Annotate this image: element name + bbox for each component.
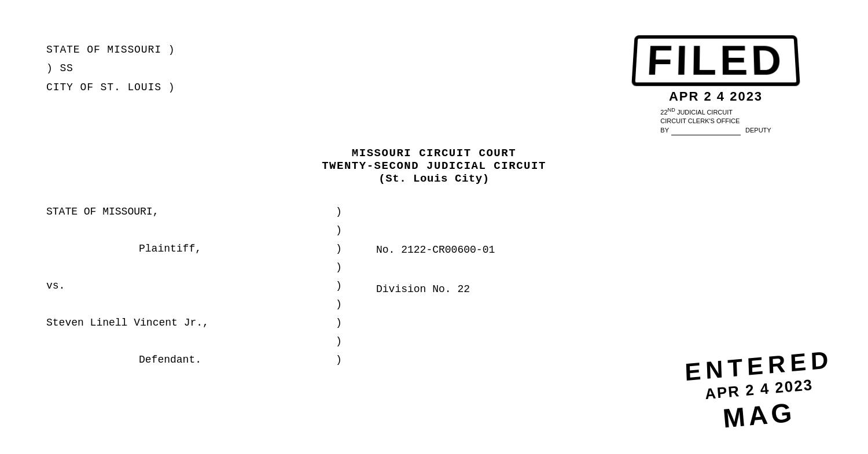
entered-stamp: ENTERED APR 2 4 2023 MAG	[685, 354, 833, 431]
paren-row3: )	[336, 239, 359, 258]
paren4: )	[336, 258, 342, 276]
paren-row6: )	[336, 295, 359, 313]
left-caption: STATE OF MISSOURI ) ) SS CITY OF ST. LOU…	[46, 40, 175, 97]
court-title-line2: TWENTY-SECOND JUDICIAL CIRCUIT	[46, 160, 822, 172]
vs-text: vs.	[46, 280, 65, 291]
entered-initials: MAG	[722, 397, 797, 434]
party1-row: STATE OF MISSOURI,	[46, 202, 336, 221]
paren1: )	[336, 202, 342, 221]
party2-name: Steven Linell Vincent Jr.,	[46, 318, 209, 328]
paren-row8: )	[336, 332, 359, 350]
defendant-row: Defendant.	[46, 350, 336, 369]
case-number: No. 2122-CR00600-01	[376, 245, 495, 255]
entered-initials-container: MAG	[685, 398, 833, 431]
state-line: STATE OF MISSOURI )	[46, 40, 175, 59]
city-line: CITY OF ST. LOUIS )	[46, 78, 175, 97]
gap-spacer2	[46, 299, 53, 309]
plaintiff-row: Plaintiff,	[46, 239, 336, 258]
paren-row9: )	[336, 350, 359, 369]
division-number: Division No. 22	[376, 284, 470, 294]
division-row-spacer	[376, 260, 822, 279]
paren-row7: )	[336, 313, 359, 332]
case-body: STATE OF MISSOURI, Plaintiff, vs. Steven…	[46, 202, 822, 369]
defendant-label: Defendant.	[139, 355, 201, 365]
paren2: )	[336, 221, 342, 239]
entered-word-container: ENTERED	[685, 354, 833, 378]
paren-row5: )	[336, 276, 359, 295]
clerk-office-text: CIRCUIT CLERK'S OFFICE	[660, 117, 740, 124]
gap-row1	[46, 258, 336, 276]
gap-row2	[46, 295, 336, 313]
case-num-row: No. 2122-CR00600-01	[376, 239, 822, 260]
case-num-row-spacer1	[376, 202, 822, 221]
ss-line: ) SS	[46, 59, 175, 77]
filed-court-info: 22ND JUDICIAL CIRCUIT CIRCUIT CLERK'S OF…	[660, 106, 771, 135]
case-details: No. 2122-CR00600-01 Division No. 22	[359, 202, 822, 369]
by-deputy-line: BY DEPUTY	[660, 126, 771, 135]
party1-spacer	[46, 225, 53, 235]
nd-superscript-text: 22ND JUDICIAL CIRCUIT	[660, 109, 733, 116]
party2-row: Steven Linell Vincent Jr.,	[46, 313, 336, 332]
header-area: STATE OF MISSOURI ) ) SS CITY OF ST. LOU…	[46, 35, 822, 135]
gap-spacer1	[46, 262, 53, 272]
case-parties: STATE OF MISSOURI, Plaintiff, vs. Steven…	[46, 202, 336, 369]
party1-row2	[46, 221, 336, 239]
paren9: )	[336, 350, 342, 369]
judicial-circuit-line: 22ND JUDICIAL CIRCUIT	[660, 106, 771, 117]
gap-spacer3	[46, 336, 53, 346]
paren6: )	[336, 295, 342, 313]
filed-word: FILED	[631, 35, 800, 86]
party1-name: STATE OF MISSOURI,	[46, 206, 159, 217]
court-title-line3: (St. Louis City)	[46, 172, 822, 185]
gap-row3	[46, 332, 336, 350]
court-title: MISSOURI CIRCUIT COURT TWENTY-SECOND JUD…	[46, 147, 822, 185]
by-label: BY	[660, 126, 669, 135]
plaintiff-label: Plaintiff,	[139, 243, 201, 254]
vs-row: vs.	[46, 276, 336, 295]
paren3: )	[336, 239, 342, 258]
paren7: )	[336, 313, 342, 332]
paren5: )	[336, 276, 342, 295]
ss-text: ) SS	[46, 59, 73, 77]
city-text: CITY OF ST. LOUIS )	[46, 78, 175, 97]
page: STATE OF MISSOURI ) ) SS CITY OF ST. LOU…	[0, 0, 868, 454]
paren-row2: )	[336, 221, 359, 239]
court-title-line1: MISSOURI CIRCUIT COURT	[46, 147, 822, 160]
filed-stamp: FILED APR 2 4 2023 22ND JUDICIAL CIRCUIT…	[633, 35, 799, 135]
filed-date: APR 2 4 2023	[669, 89, 763, 104]
deputy-label: DEPUTY	[745, 126, 771, 135]
case-num-row-spacer2	[376, 221, 822, 239]
paren-row1: )	[336, 202, 359, 221]
state-missouri-text: STATE OF MISSOURI )	[46, 40, 175, 59]
paren8: )	[336, 332, 342, 350]
division-row: Division No. 22	[376, 279, 822, 300]
clerk-office-line: CIRCUIT CLERK'S OFFICE	[660, 117, 771, 126]
paren-row4: )	[336, 258, 359, 276]
case-parens: ) ) ) ) ) ) ) ) )	[336, 202, 359, 369]
deputy-underline	[671, 126, 741, 135]
